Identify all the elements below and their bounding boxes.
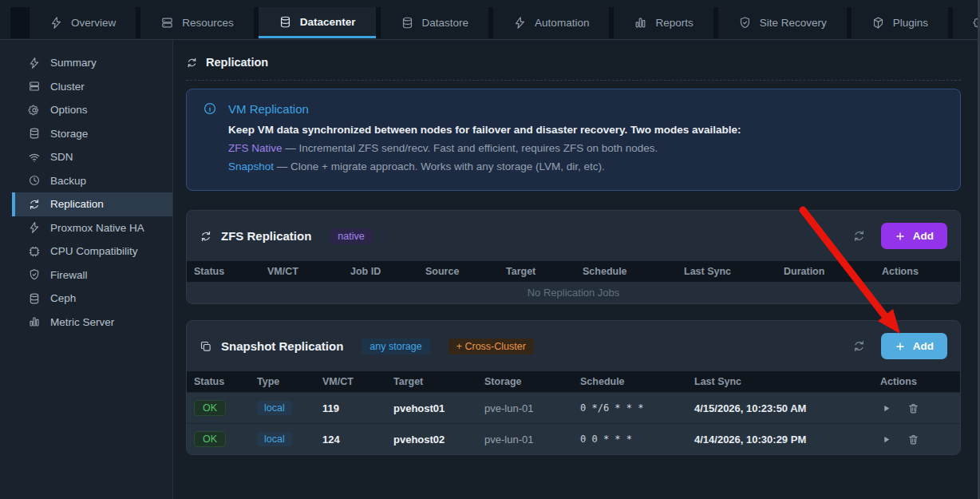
snapshot-link[interactable]: Snapshot — [228, 160, 274, 172]
table-row: OK local 124 pvehost02 pve-lun-01 0 0 * … — [187, 424, 960, 455]
database-icon — [27, 292, 41, 305]
sidebar-item-metric-server[interactable]: Metric Server — [0, 311, 172, 335]
database-icon — [27, 127, 41, 140]
refresh-button-icon[interactable] — [852, 339, 866, 353]
sidebar-item-label: Cluster — [50, 81, 85, 93]
tab-overview[interactable]: Overview — [30, 7, 136, 38]
sidebar-item-firewall[interactable]: Firewall — [0, 263, 172, 287]
sidebar-item-label: Ceph — [50, 292, 76, 304]
sidebar-item-label: Metric Server — [50, 316, 114, 328]
run-now-icon[interactable] — [880, 434, 892, 446]
sidebar-item-sdn[interactable]: SDN — [0, 145, 172, 169]
snapshot-replication-panel: Snapshot Replication any storage + Cross… — [186, 320, 961, 455]
column-header: Status — [187, 371, 251, 393]
tab-settings[interactable]: Settings — [953, 7, 980, 38]
sidebar-item-label: Summary — [50, 57, 97, 69]
top-bar: Overview Resources Datacenter Datastore … — [0, 0, 980, 40]
info-box-title: VM Replication — [228, 102, 309, 116]
snapshot-add-button[interactable]: Add — [881, 333, 947, 359]
column-header: Type — [251, 371, 316, 393]
gear-icon — [27, 104, 41, 117]
run-now-icon[interactable] — [880, 402, 892, 414]
zfs-add-button[interactable]: Add — [881, 223, 947, 249]
tab-plugins[interactable]: Plugins — [852, 7, 948, 38]
sidebar-item-backup[interactable]: Backup — [0, 169, 172, 193]
zfs-replication-panel: ZFS Replication native Add Status VM/CT … — [186, 210, 961, 304]
tab-label: Site Recovery — [760, 17, 827, 29]
column-header: VM/CT — [261, 261, 344, 282]
info-icon — [203, 101, 217, 116]
lightning-icon — [27, 221, 41, 234]
column-header: Actions — [874, 371, 960, 393]
zfs-panel-actions: Add — [852, 223, 947, 249]
clock-icon — [27, 174, 41, 187]
sidebar-item-options[interactable]: Options — [0, 98, 172, 122]
tab-resources[interactable]: Resources — [140, 7, 254, 38]
header-divider — [186, 80, 961, 81]
sidebar-item-label: Backup — [50, 175, 86, 187]
type-badge: local — [257, 401, 292, 415]
zfs-native-link[interactable]: ZFS Native — [228, 142, 283, 154]
database-icon — [279, 15, 292, 29]
status-badge: OK — [194, 400, 226, 416]
row-actions — [880, 434, 954, 446]
last-sync-cell: 4/15/2026, 10:23:50 AM — [688, 393, 874, 424]
column-header: Status — [187, 261, 261, 282]
info-box-header: VM Replication — [203, 101, 944, 116]
snapshot-panel-actions: Add — [852, 333, 947, 359]
tab-reports[interactable]: Reports — [614, 7, 713, 38]
tab-label: Reports — [655, 17, 693, 29]
sync-icon — [200, 230, 212, 243]
tab-site-recovery[interactable]: Site Recovery — [718, 7, 847, 38]
lightning-icon — [49, 16, 63, 30]
tab-label: Overview — [71, 17, 116, 29]
column-header: Last Sync — [688, 371, 874, 393]
page-title: Replication — [206, 56, 268, 69]
cube-icon — [871, 16, 885, 30]
snapshot-desc: — Clone + migrate approach. Works with a… — [274, 160, 605, 172]
snapshot-table-header-row: Status Type VM/CT Target Storage Schedul… — [187, 371, 960, 393]
sidebar-item-proxmox-native-ha[interactable]: Proxmox Native HA — [0, 216, 172, 240]
trash-icon[interactable] — [907, 402, 919, 414]
tab-label: Automation — [535, 17, 589, 29]
table-row: OK local 119 pvehost01 pve-lun-01 0 */6 … — [187, 393, 960, 424]
plus-icon — [895, 341, 906, 352]
column-header: Storage — [478, 371, 574, 393]
plus-icon — [895, 231, 906, 242]
sidebar-item-replication[interactable]: Replication — [12, 192, 172, 216]
tab-label: Datacenter — [300, 16, 356, 28]
column-header: Target — [500, 261, 576, 282]
snapshot-panel-header: Snapshot Replication any storage + Cross… — [187, 321, 960, 371]
zfs-empty-row: No Replication Jobs — [187, 282, 960, 303]
column-header: Target — [387, 371, 478, 393]
tab-datastore[interactable]: Datastore — [381, 7, 489, 38]
schedule-cell: 0 */6 * * * — [574, 393, 688, 424]
tab-label: Plugins — [893, 17, 928, 29]
tab-datacenter[interactable]: Datacenter — [259, 7, 376, 38]
zfs-replication-table: Status VM/CT Job ID Source Target Schedu… — [187, 261, 960, 303]
row-actions — [880, 402, 954, 414]
sidebar-item-storage[interactable]: Storage — [0, 122, 172, 146]
trash-icon[interactable] — [907, 434, 919, 446]
info-mode-snapshot: Snapshot — Clone + migrate approach. Wor… — [228, 160, 944, 172]
sidebar-item-summary[interactable]: Summary — [0, 51, 172, 75]
sidebar-item-label: SDN — [50, 151, 73, 163]
refresh-button-icon[interactable] — [852, 229, 866, 243]
sync-icon — [186, 57, 198, 69]
lightning-icon — [513, 16, 527, 30]
bar-chart-icon — [27, 315, 41, 328]
status-badge: OK — [194, 431, 226, 447]
sidebar-item-cluster[interactable]: Cluster — [0, 75, 172, 99]
vmct-cell: 124 — [316, 424, 387, 455]
sidebar-item-ceph[interactable]: Ceph — [0, 287, 172, 311]
wifi-icon — [27, 151, 41, 164]
target-cell: pvehost01 — [387, 393, 478, 424]
tab-automation[interactable]: Automation — [493, 7, 609, 38]
sidebar-item-label: CPU Compatibility — [50, 245, 138, 257]
add-button-label: Add — [913, 340, 934, 352]
lightning-icon — [27, 57, 41, 69]
empty-state-text: No Replication Jobs — [187, 282, 960, 303]
storage-cell: pve-lun-01 — [478, 424, 574, 455]
info-mode-zfs: ZFS Native — Incremental ZFS send/recv. … — [228, 142, 944, 154]
sidebar-item-cpu-compatibility[interactable]: CPU Compatibility — [0, 240, 172, 263]
